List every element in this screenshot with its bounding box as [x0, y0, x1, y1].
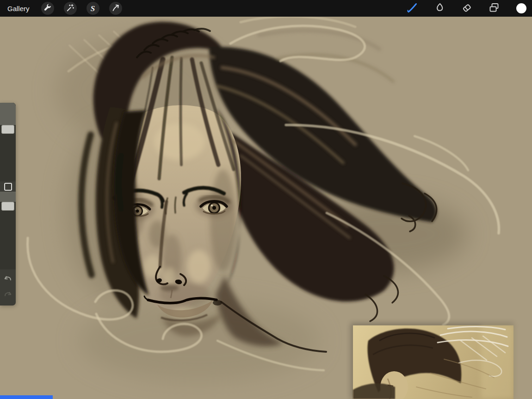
artwork	[0, 17, 532, 399]
transform-arrow-icon	[111, 3, 120, 14]
opacity-fill	[0, 192, 16, 202]
modify-square-icon	[4, 183, 12, 191]
redo-arrow-icon	[4, 292, 12, 299]
gallery-button[interactable]: Gallery	[6, 5, 31, 12]
brush-size-fill	[0, 103, 16, 125]
redo-button[interactable]	[0, 289, 16, 302]
transform-button[interactable]	[109, 2, 122, 15]
top-toolbar: Gallery S	[0, 0, 532, 17]
undo-arrow-icon	[4, 276, 12, 284]
blue-stroke	[0, 395, 53, 399]
undo-button[interactable]	[0, 273, 16, 286]
modify-button[interactable]	[0, 181, 16, 193]
paint-brush-icon	[406, 2, 418, 15]
brush-size-handle[interactable]	[1, 125, 14, 134]
brush-tool-button[interactable]	[406, 2, 418, 14]
color-swatch-icon	[516, 3, 526, 13]
selection-s-icon: S	[91, 5, 95, 12]
color-button[interactable]	[515, 2, 527, 14]
layers-button[interactable]	[488, 2, 500, 14]
magic-wand-icon	[66, 3, 75, 14]
smudge-tool-button[interactable]	[433, 2, 445, 14]
layers-icon	[489, 2, 500, 15]
brush-size-slider[interactable]	[0, 103, 16, 181]
toolbar-left-group: Gallery S	[5, 2, 122, 15]
reference-sketch	[351, 323, 513, 399]
selection-button[interactable]: S	[87, 2, 99, 15]
drawing-canvas[interactable]	[0, 17, 532, 399]
smudge-finger-icon	[434, 2, 445, 15]
adjustments-button[interactable]	[64, 2, 77, 15]
eraser-icon	[461, 2, 472, 15]
actions-button[interactable]	[41, 2, 54, 15]
left-sidebar	[0, 103, 16, 305]
wrench-icon	[43, 3, 52, 14]
opacity-handle[interactable]	[1, 202, 14, 211]
eraser-tool-button[interactable]	[461, 2, 473, 14]
toolbar-right-group	[391, 2, 527, 14]
opacity-slider[interactable]	[0, 192, 16, 269]
